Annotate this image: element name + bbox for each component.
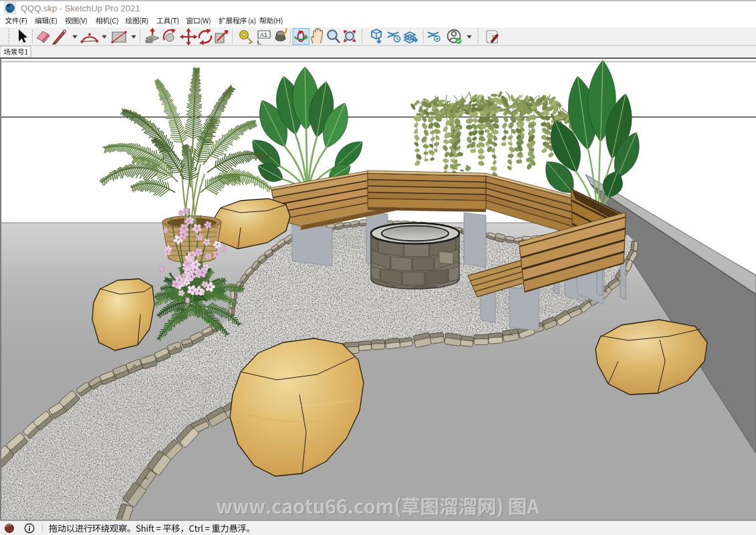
svg-text:rb: rb xyxy=(492,34,497,39)
svg-text:QQQ.skp - SketchUp Pro 2021: QQQ.skp - SketchUp Pro 2021 xyxy=(21,3,140,13)
svg-text:A1: A1 xyxy=(260,31,267,38)
